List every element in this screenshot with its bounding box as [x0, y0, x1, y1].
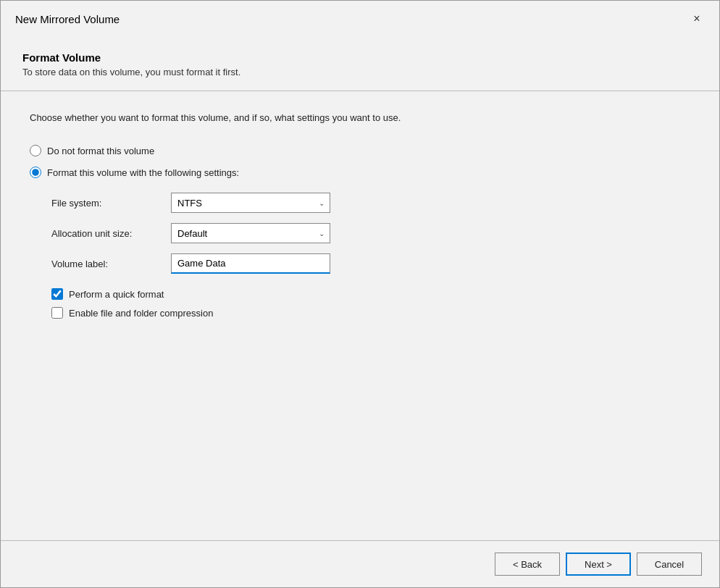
section-subheading: To store data on this volume, you must f…	[22, 67, 698, 77]
allocation-row: Allocation unit size: Default 512 1024 2…	[51, 223, 690, 243]
cancel-button[interactable]: Cancel	[637, 553, 702, 576]
file-system-label: File system:	[51, 198, 171, 209]
back-button[interactable]: < Back	[495, 553, 560, 576]
allocation-label: Allocation unit size:	[51, 228, 171, 239]
volume-label-row: Volume label:	[51, 253, 690, 274]
radio-no-format-label: Do not format this volume	[47, 146, 154, 156]
dialog-window: New Mirrored Volume × Format Volume To s…	[0, 0, 720, 588]
format-settings-form: File system: NTFS FAT32 exFAT ⌄ Allocati…	[51, 193, 690, 274]
file-system-select-wrapper: NTFS FAT32 exFAT ⌄	[171, 193, 330, 213]
allocation-select-wrapper: Default 512 1024 2048 4096 ⌄	[171, 223, 330, 243]
radio-no-format-input[interactable]	[30, 145, 41, 156]
radio-format-label: Format this volume with the following se…	[47, 167, 239, 178]
file-system-select[interactable]: NTFS FAT32 exFAT	[171, 193, 330, 213]
header-section: Format Volume To store data on this volu…	[1, 37, 719, 91]
compression-checkbox-label[interactable]: Enable file and folder compression	[51, 307, 690, 319]
radio-group: Do not format this volume Format this vo…	[30, 145, 690, 178]
compression-label: Enable file and folder compression	[69, 308, 213, 319]
section-heading: Format Volume	[22, 51, 698, 64]
radio-format-input[interactable]	[30, 167, 41, 178]
compression-checkbox[interactable]	[51, 307, 63, 319]
content-description: Choose whether you want to format this v…	[30, 112, 690, 125]
quick-format-label: Perform a quick format	[69, 289, 164, 300]
title-bar: New Mirrored Volume ×	[1, 1, 719, 37]
volume-label-input[interactable]	[171, 253, 330, 274]
allocation-select[interactable]: Default 512 1024 2048 4096	[171, 223, 330, 243]
radio-no-format[interactable]: Do not format this volume	[30, 145, 690, 156]
volume-label-text: Volume label:	[51, 259, 171, 269]
close-button[interactable]: ×	[686, 8, 708, 30]
quick-format-checkbox[interactable]	[51, 288, 63, 300]
radio-format[interactable]: Format this volume with the following se…	[30, 167, 690, 178]
checkbox-section: Perform a quick format Enable file and f…	[51, 288, 690, 319]
content-area: Choose whether you want to format this v…	[1, 91, 719, 540]
window-title: New Mirrored Volume	[15, 13, 120, 25]
quick-format-checkbox-label[interactable]: Perform a quick format	[51, 288, 690, 300]
footer: < Back Next > Cancel	[1, 541, 719, 587]
next-button[interactable]: Next >	[566, 553, 631, 576]
file-system-row: File system: NTFS FAT32 exFAT ⌄	[51, 193, 690, 213]
